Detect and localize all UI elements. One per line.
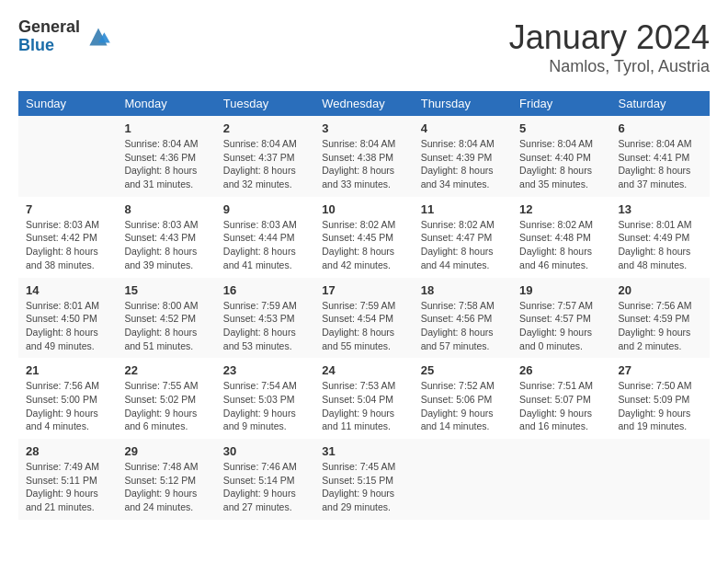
logo-icon bbox=[84, 22, 113, 52]
day-number: 27 bbox=[619, 363, 702, 377]
calendar-cell: 31Sunrise: 7:45 AMSunset: 5:15 PMDayligh… bbox=[314, 439, 413, 520]
month-title: January 2024 bbox=[509, 18, 710, 57]
day-info: Sunrise: 7:45 AMSunset: 5:15 PMDaylight:… bbox=[322, 460, 405, 514]
day-info: Sunrise: 7:50 AMSunset: 5:09 PMDaylight:… bbox=[619, 379, 702, 433]
calendar-cell: 26Sunrise: 7:51 AMSunset: 5:07 PMDayligh… bbox=[512, 358, 610, 439]
day-number: 28 bbox=[26, 444, 109, 458]
calendar-cell: 24Sunrise: 7:53 AMSunset: 5:04 PMDayligh… bbox=[314, 358, 413, 439]
day-number: 20 bbox=[619, 283, 702, 297]
day-number: 9 bbox=[223, 202, 307, 216]
day-info: Sunrise: 8:01 AMSunset: 4:49 PMDaylight:… bbox=[619, 218, 702, 272]
calendar-cell: 20Sunrise: 7:56 AMSunset: 4:59 PMDayligh… bbox=[611, 278, 710, 359]
header-row: Sunday Monday Tuesday Wednesday Thursday… bbox=[18, 91, 710, 116]
day-number: 4 bbox=[421, 121, 505, 135]
header-saturday: Saturday bbox=[611, 91, 710, 116]
day-info: Sunrise: 8:00 AMSunset: 4:52 PMDaylight:… bbox=[124, 299, 208, 353]
calendar-cell bbox=[512, 439, 610, 520]
calendar-cell: 23Sunrise: 7:54 AMSunset: 5:03 PMDayligh… bbox=[216, 358, 314, 439]
day-number: 19 bbox=[519, 283, 603, 297]
calendar-cell: 8Sunrise: 8:03 AMSunset: 4:43 PMDaylight… bbox=[117, 197, 215, 278]
header-thursday: Thursday bbox=[414, 91, 512, 116]
day-number: 1 bbox=[124, 121, 208, 135]
day-info: Sunrise: 8:03 AMSunset: 4:43 PMDaylight:… bbox=[124, 218, 208, 272]
day-number: 22 bbox=[124, 363, 208, 377]
title-block: January 2024 Namlos, Tyrol, Austria bbox=[509, 18, 710, 76]
calendar-cell: 29Sunrise: 7:48 AMSunset: 5:12 PMDayligh… bbox=[117, 439, 215, 520]
day-number: 12 bbox=[519, 202, 603, 216]
header-tuesday: Tuesday bbox=[216, 91, 314, 116]
week-row-4: 21Sunrise: 7:56 AMSunset: 5:00 PMDayligh… bbox=[18, 358, 710, 439]
calendar-cell: 14Sunrise: 8:01 AMSunset: 4:50 PMDayligh… bbox=[18, 278, 117, 359]
day-info: Sunrise: 7:53 AMSunset: 5:04 PMDaylight:… bbox=[322, 379, 405, 433]
day-info: Sunrise: 7:54 AMSunset: 5:03 PMDaylight:… bbox=[223, 379, 307, 433]
day-info: Sunrise: 8:04 AMSunset: 4:41 PMDaylight:… bbox=[619, 137, 702, 191]
day-info: Sunrise: 7:59 AMSunset: 4:53 PMDaylight:… bbox=[223, 299, 307, 353]
day-info: Sunrise: 7:56 AMSunset: 5:00 PMDaylight:… bbox=[26, 379, 109, 433]
day-number: 31 bbox=[322, 444, 405, 458]
calendar-cell: 1Sunrise: 8:04 AMSunset: 4:36 PMDaylight… bbox=[117, 116, 215, 197]
week-row-1: 1Sunrise: 8:04 AMSunset: 4:36 PMDaylight… bbox=[18, 116, 710, 197]
calendar-cell: 9Sunrise: 8:03 AMSunset: 4:44 PMDaylight… bbox=[216, 197, 314, 278]
day-info: Sunrise: 8:01 AMSunset: 4:50 PMDaylight:… bbox=[26, 299, 109, 353]
day-info: Sunrise: 7:46 AMSunset: 5:14 PMDaylight:… bbox=[223, 460, 307, 514]
calendar-body: 1Sunrise: 8:04 AMSunset: 4:36 PMDaylight… bbox=[18, 116, 710, 520]
calendar-cell bbox=[611, 439, 710, 520]
page-header: General Blue January 2024 Namlos, Tyrol,… bbox=[18, 18, 710, 76]
day-info: Sunrise: 7:49 AMSunset: 5:11 PMDaylight:… bbox=[26, 460, 109, 514]
calendar-cell: 16Sunrise: 7:59 AMSunset: 4:53 PMDayligh… bbox=[216, 278, 314, 359]
logo: General Blue bbox=[18, 18, 113, 55]
day-info: Sunrise: 8:04 AMSunset: 4:37 PMDaylight:… bbox=[223, 137, 307, 191]
calendar-cell: 6Sunrise: 8:04 AMSunset: 4:41 PMDaylight… bbox=[611, 116, 710, 197]
day-number: 16 bbox=[223, 283, 307, 297]
calendar-cell: 11Sunrise: 8:02 AMSunset: 4:47 PMDayligh… bbox=[414, 197, 512, 278]
calendar-cell: 21Sunrise: 7:56 AMSunset: 5:00 PMDayligh… bbox=[18, 358, 117, 439]
calendar-cell: 22Sunrise: 7:55 AMSunset: 5:02 PMDayligh… bbox=[117, 358, 215, 439]
day-number: 2 bbox=[223, 121, 307, 135]
day-info: Sunrise: 7:59 AMSunset: 4:54 PMDaylight:… bbox=[322, 299, 405, 353]
day-number: 21 bbox=[26, 363, 109, 377]
calendar-cell: 2Sunrise: 8:04 AMSunset: 4:37 PMDaylight… bbox=[216, 116, 314, 197]
day-number: 30 bbox=[223, 444, 307, 458]
calendar-table: Sunday Monday Tuesday Wednesday Thursday… bbox=[18, 91, 710, 520]
day-info: Sunrise: 8:03 AMSunset: 4:44 PMDaylight:… bbox=[223, 218, 307, 272]
calendar-cell: 28Sunrise: 7:49 AMSunset: 5:11 PMDayligh… bbox=[18, 439, 117, 520]
calendar-cell: 10Sunrise: 8:02 AMSunset: 4:45 PMDayligh… bbox=[314, 197, 413, 278]
header-sunday: Sunday bbox=[18, 91, 117, 116]
day-number: 15 bbox=[124, 283, 208, 297]
day-number: 11 bbox=[421, 202, 505, 216]
calendar-cell: 30Sunrise: 7:46 AMSunset: 5:14 PMDayligh… bbox=[216, 439, 314, 520]
day-number: 5 bbox=[519, 121, 603, 135]
calendar-cell: 18Sunrise: 7:58 AMSunset: 4:56 PMDayligh… bbox=[414, 278, 512, 359]
calendar-cell: 15Sunrise: 8:00 AMSunset: 4:52 PMDayligh… bbox=[117, 278, 215, 359]
calendar-cell: 27Sunrise: 7:50 AMSunset: 5:09 PMDayligh… bbox=[611, 358, 710, 439]
calendar-cell: 13Sunrise: 8:01 AMSunset: 4:49 PMDayligh… bbox=[611, 197, 710, 278]
day-info: Sunrise: 7:56 AMSunset: 4:59 PMDaylight:… bbox=[619, 299, 702, 353]
day-info: Sunrise: 7:51 AMSunset: 5:07 PMDaylight:… bbox=[519, 379, 603, 433]
header-friday: Friday bbox=[512, 91, 610, 116]
calendar-cell: 25Sunrise: 7:52 AMSunset: 5:06 PMDayligh… bbox=[414, 358, 512, 439]
day-info: Sunrise: 7:57 AMSunset: 4:57 PMDaylight:… bbox=[519, 299, 603, 353]
day-number: 26 bbox=[519, 363, 603, 377]
day-number: 6 bbox=[619, 121, 702, 135]
day-number: 14 bbox=[26, 283, 109, 297]
calendar-cell: 4Sunrise: 8:04 AMSunset: 4:39 PMDaylight… bbox=[414, 116, 512, 197]
calendar-cell: 19Sunrise: 7:57 AMSunset: 4:57 PMDayligh… bbox=[512, 278, 610, 359]
day-info: Sunrise: 7:58 AMSunset: 4:56 PMDaylight:… bbox=[421, 299, 505, 353]
calendar-cell: 12Sunrise: 8:02 AMSunset: 4:48 PMDayligh… bbox=[512, 197, 610, 278]
logo-blue-text: Blue bbox=[18, 37, 80, 55]
calendar-cell: 7Sunrise: 8:03 AMSunset: 4:42 PMDaylight… bbox=[18, 197, 117, 278]
location-subtitle: Namlos, Tyrol, Austria bbox=[509, 57, 710, 76]
calendar-cell: 5Sunrise: 8:04 AMSunset: 4:40 PMDaylight… bbox=[512, 116, 610, 197]
header-wednesday: Wednesday bbox=[314, 91, 413, 116]
week-row-2: 7Sunrise: 8:03 AMSunset: 4:42 PMDaylight… bbox=[18, 197, 710, 278]
day-info: Sunrise: 8:02 AMSunset: 4:47 PMDaylight:… bbox=[421, 218, 505, 272]
day-info: Sunrise: 8:04 AMSunset: 4:38 PMDaylight:… bbox=[322, 137, 405, 191]
day-number: 7 bbox=[26, 202, 109, 216]
logo-general-text: General bbox=[18, 18, 80, 37]
day-number: 8 bbox=[124, 202, 208, 216]
day-info: Sunrise: 7:55 AMSunset: 5:02 PMDaylight:… bbox=[124, 379, 208, 433]
day-number: 24 bbox=[322, 363, 405, 377]
day-number: 25 bbox=[421, 363, 505, 377]
day-number: 17 bbox=[322, 283, 405, 297]
day-info: Sunrise: 8:02 AMSunset: 4:48 PMDaylight:… bbox=[519, 218, 603, 272]
